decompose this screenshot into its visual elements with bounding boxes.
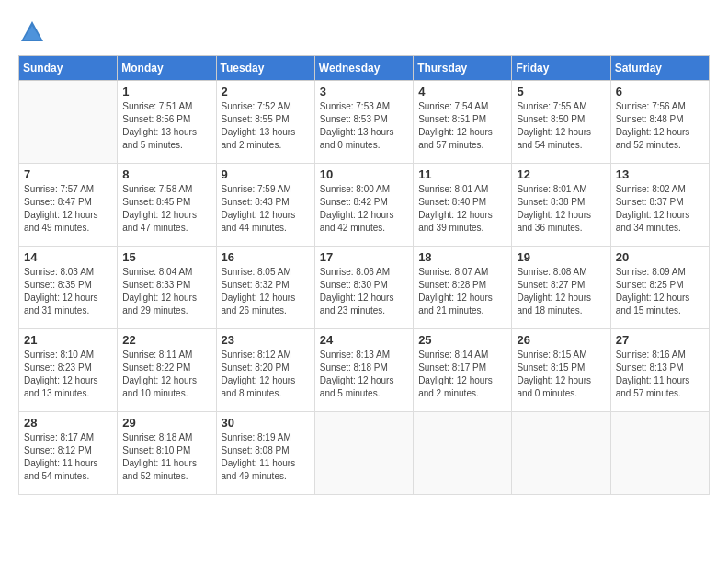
calendar-day-cell bbox=[414, 412, 512, 495]
calendar-day-cell: 12 Sunrise: 8:01 AMSunset: 8:38 PMDaylig… bbox=[512, 164, 610, 247]
day-info: Sunrise: 8:19 AMSunset: 8:08 PMDaylight:… bbox=[222, 431, 310, 483]
day-info: Sunrise: 8:02 AMSunset: 8:37 PMDaylight:… bbox=[616, 183, 704, 235]
calendar-day-cell: 6 Sunrise: 7:56 AMSunset: 8:48 PMDayligh… bbox=[610, 81, 709, 164]
calendar-table: SundayMondayTuesdayWednesdayThursdayFrid… bbox=[18, 55, 710, 495]
day-number: 19 bbox=[517, 250, 605, 264]
calendar-day-cell: 27 Sunrise: 8:16 AMSunset: 8:13 PMDaylig… bbox=[610, 329, 709, 412]
calendar-day-cell: 29 Sunrise: 8:18 AMSunset: 8:10 PMDaylig… bbox=[118, 412, 216, 495]
calendar-day-cell: 17 Sunrise: 8:06 AMSunset: 8:30 PMDaylig… bbox=[314, 247, 413, 329]
weekday-header: Wednesday bbox=[314, 56, 413, 81]
day-number: 4 bbox=[418, 85, 506, 98]
day-info: Sunrise: 7:59 AMSunset: 8:43 PMDaylight:… bbox=[222, 183, 310, 235]
calendar-day-cell: 25 Sunrise: 8:14 AMSunset: 8:17 PMDaylig… bbox=[414, 329, 512, 412]
day-number: 22 bbox=[122, 333, 210, 347]
day-number: 6 bbox=[616, 85, 704, 98]
calendar-day-cell bbox=[314, 412, 413, 495]
day-number: 3 bbox=[320, 85, 408, 98]
day-info: Sunrise: 7:52 AMSunset: 8:55 PMDaylight:… bbox=[222, 100, 310, 152]
day-number: 12 bbox=[517, 167, 605, 181]
calendar-day-cell: 14 Sunrise: 8:03 AMSunset: 8:35 PMDaylig… bbox=[19, 247, 118, 329]
calendar-day-cell: 7 Sunrise: 7:57 AMSunset: 8:47 PMDayligh… bbox=[19, 164, 118, 247]
day-info: Sunrise: 8:01 AMSunset: 8:38 PMDaylight:… bbox=[517, 183, 605, 235]
day-number: 14 bbox=[24, 250, 112, 264]
calendar-day-cell: 30 Sunrise: 8:19 AMSunset: 8:08 PMDaylig… bbox=[216, 412, 314, 495]
calendar-day-cell bbox=[512, 412, 610, 495]
day-number: 17 bbox=[320, 250, 408, 264]
day-number: 26 bbox=[517, 333, 605, 347]
calendar-day-cell: 3 Sunrise: 7:53 AMSunset: 8:53 PMDayligh… bbox=[314, 81, 413, 164]
day-info: Sunrise: 8:07 AMSunset: 8:28 PMDaylight:… bbox=[418, 266, 506, 317]
day-info: Sunrise: 8:01 AMSunset: 8:40 PMDaylight:… bbox=[418, 183, 506, 235]
weekday-header: Saturday bbox=[610, 56, 709, 81]
day-info: Sunrise: 8:06 AMSunset: 8:30 PMDaylight:… bbox=[320, 266, 408, 317]
logo bbox=[18, 18, 50, 46]
day-info: Sunrise: 7:53 AMSunset: 8:53 PMDaylight:… bbox=[320, 100, 408, 152]
day-number: 7 bbox=[24, 167, 112, 181]
day-info: Sunrise: 8:14 AMSunset: 8:17 PMDaylight:… bbox=[418, 349, 506, 400]
day-info: Sunrise: 7:51 AMSunset: 8:56 PMDaylight:… bbox=[122, 100, 210, 152]
day-info: Sunrise: 8:17 AMSunset: 8:12 PMDaylight:… bbox=[24, 431, 112, 483]
calendar-week-row: 14 Sunrise: 8:03 AMSunset: 8:35 PMDaylig… bbox=[19, 247, 710, 329]
day-number: 18 bbox=[418, 250, 506, 264]
day-number: 15 bbox=[122, 250, 210, 264]
day-number: 9 bbox=[222, 167, 310, 181]
day-info: Sunrise: 8:10 AMSunset: 8:23 PMDaylight:… bbox=[24, 349, 112, 400]
day-info: Sunrise: 7:56 AMSunset: 8:48 PMDaylight:… bbox=[616, 100, 704, 152]
calendar-day-cell: 5 Sunrise: 7:55 AMSunset: 8:50 PMDayligh… bbox=[512, 81, 610, 164]
day-number: 25 bbox=[418, 333, 506, 347]
calendar-day-cell: 13 Sunrise: 8:02 AMSunset: 8:37 PMDaylig… bbox=[610, 164, 709, 247]
calendar-day-cell: 10 Sunrise: 8:00 AMSunset: 8:42 PMDaylig… bbox=[314, 164, 413, 247]
calendar-day-cell bbox=[610, 412, 709, 495]
day-info: Sunrise: 8:16 AMSunset: 8:13 PMDaylight:… bbox=[616, 349, 704, 400]
day-number: 10 bbox=[320, 167, 408, 181]
day-number: 5 bbox=[517, 85, 605, 98]
calendar-day-cell: 16 Sunrise: 8:05 AMSunset: 8:32 PMDaylig… bbox=[216, 247, 314, 329]
day-info: Sunrise: 8:00 AMSunset: 8:42 PMDaylight:… bbox=[320, 183, 408, 235]
weekday-header: Monday bbox=[118, 56, 216, 81]
day-info: Sunrise: 7:54 AMSunset: 8:51 PMDaylight:… bbox=[418, 100, 506, 152]
day-info: Sunrise: 7:58 AMSunset: 8:45 PMDaylight:… bbox=[122, 183, 210, 235]
calendar-day-cell: 20 Sunrise: 8:09 AMSunset: 8:25 PMDaylig… bbox=[610, 247, 709, 329]
day-info: Sunrise: 8:04 AMSunset: 8:33 PMDaylight:… bbox=[122, 266, 210, 317]
day-number: 21 bbox=[24, 333, 112, 347]
calendar-day-cell: 4 Sunrise: 7:54 AMSunset: 8:51 PMDayligh… bbox=[414, 81, 512, 164]
calendar-header-row: SundayMondayTuesdayWednesdayThursdayFrid… bbox=[19, 56, 710, 81]
calendar-day-cell: 23 Sunrise: 8:12 AMSunset: 8:20 PMDaylig… bbox=[216, 329, 314, 412]
calendar-day-cell: 28 Sunrise: 8:17 AMSunset: 8:12 PMDaylig… bbox=[19, 412, 118, 495]
day-number: 24 bbox=[320, 333, 408, 347]
calendar-day-cell: 1 Sunrise: 7:51 AMSunset: 8:56 PMDayligh… bbox=[118, 81, 216, 164]
calendar-day-cell: 21 Sunrise: 8:10 AMSunset: 8:23 PMDaylig… bbox=[19, 329, 118, 412]
calendar-day-cell: 22 Sunrise: 8:11 AMSunset: 8:22 PMDaylig… bbox=[118, 329, 216, 412]
calendar-day-cell: 18 Sunrise: 8:07 AMSunset: 8:28 PMDaylig… bbox=[414, 247, 512, 329]
day-info: Sunrise: 8:08 AMSunset: 8:27 PMDaylight:… bbox=[517, 266, 605, 317]
calendar-day-cell: 19 Sunrise: 8:08 AMSunset: 8:27 PMDaylig… bbox=[512, 247, 610, 329]
calendar-day-cell: 11 Sunrise: 8:01 AMSunset: 8:40 PMDaylig… bbox=[414, 164, 512, 247]
day-number: 2 bbox=[222, 85, 310, 98]
day-number: 1 bbox=[122, 85, 210, 98]
calendar-day-cell: 15 Sunrise: 8:04 AMSunset: 8:33 PMDaylig… bbox=[118, 247, 216, 329]
calendar-day-cell: 26 Sunrise: 8:15 AMSunset: 8:15 PMDaylig… bbox=[512, 329, 610, 412]
day-number: 23 bbox=[222, 333, 310, 347]
page-header bbox=[18, 18, 710, 46]
day-info: Sunrise: 8:15 AMSunset: 8:15 PMDaylight:… bbox=[517, 349, 605, 400]
calendar-week-row: 7 Sunrise: 7:57 AMSunset: 8:47 PMDayligh… bbox=[19, 164, 710, 247]
calendar-day-cell: 8 Sunrise: 7:58 AMSunset: 8:45 PMDayligh… bbox=[118, 164, 216, 247]
day-info: Sunrise: 8:12 AMSunset: 8:20 PMDaylight:… bbox=[222, 349, 310, 400]
day-info: Sunrise: 7:55 AMSunset: 8:50 PMDaylight:… bbox=[517, 100, 605, 152]
day-number: 20 bbox=[616, 250, 704, 264]
calendar-day-cell: 2 Sunrise: 7:52 AMSunset: 8:55 PMDayligh… bbox=[216, 81, 314, 164]
day-info: Sunrise: 8:11 AMSunset: 8:22 PMDaylight:… bbox=[122, 349, 210, 400]
day-number: 13 bbox=[616, 167, 704, 181]
day-info: Sunrise: 8:05 AMSunset: 8:32 PMDaylight:… bbox=[222, 266, 310, 317]
day-number: 16 bbox=[222, 250, 310, 264]
calendar-day-cell: 9 Sunrise: 7:59 AMSunset: 8:43 PMDayligh… bbox=[216, 164, 314, 247]
weekday-header: Tuesday bbox=[216, 56, 314, 81]
day-number: 30 bbox=[222, 416, 310, 430]
day-info: Sunrise: 7:57 AMSunset: 8:47 PMDaylight:… bbox=[24, 183, 112, 235]
weekday-header: Thursday bbox=[414, 56, 512, 81]
day-number: 29 bbox=[122, 416, 210, 430]
calendar-day-cell bbox=[19, 81, 118, 164]
day-number: 11 bbox=[418, 167, 506, 181]
calendar-day-cell: 24 Sunrise: 8:13 AMSunset: 8:18 PMDaylig… bbox=[314, 329, 413, 412]
day-info: Sunrise: 8:18 AMSunset: 8:10 PMDaylight:… bbox=[122, 431, 210, 483]
